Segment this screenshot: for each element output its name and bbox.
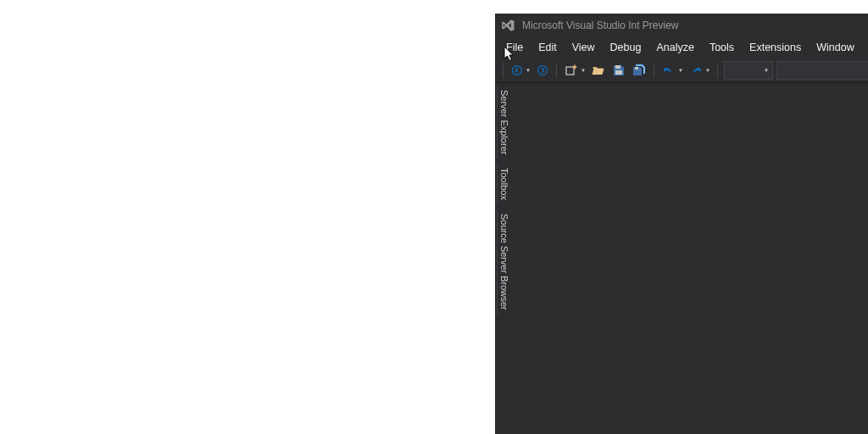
toolbar-separator [503,63,504,78]
editor-workspace [513,83,868,434]
menu-file[interactable]: File [498,39,531,56]
menu-analyze[interactable]: Analyze [648,39,701,56]
solution-platform-combo[interactable] [776,61,868,80]
chevron-down-icon: ▼ [580,68,587,73]
svg-rect-3 [615,65,620,69]
vs-window: Microsoft Visual Studio Int Preview File… [495,14,868,434]
menubar: File Edit View Debug Analyze Tools Exten… [495,37,868,58]
chevron-down-icon: ▼ [525,68,531,73]
save-button[interactable] [610,61,627,80]
menu-extensions[interactable]: Extensions [742,39,809,56]
new-project-icon [563,61,580,80]
vs-logo-icon [500,18,515,33]
window-title: Microsoft Visual Studio Int Preview [522,19,679,31]
tab-source-server-browser[interactable]: Source Server Browser [497,209,511,315]
titlebar: Microsoft Visual Studio Int Preview [495,14,868,37]
tab-server-explorer[interactable]: Server Explorer [497,85,511,159]
solution-config-combo[interactable]: ▼ [724,61,773,80]
save-all-button[interactable] [631,61,648,80]
toolbar-separator [717,63,718,78]
nav-back-icon [509,61,525,80]
chevron-down-icon: ▼ [704,68,711,73]
menu-view[interactable]: View [565,39,603,56]
menu-edit[interactable]: Edit [531,39,565,56]
menu-window[interactable]: Window [809,39,861,56]
menu-help[interactable]: H [862,39,868,56]
toolbar-separator [654,63,654,78]
redo-button[interactable]: ▼ [687,61,711,80]
tab-toolbox[interactable]: Toolbox [497,163,511,205]
undo-icon [660,61,677,80]
svg-rect-2 [566,67,574,75]
svg-point-1 [538,65,548,75]
toolbar-separator [556,63,557,78]
client-area: Server Explorer Toolbox Source Server Br… [495,83,868,434]
toolbar: ▼ ▼ [495,58,868,83]
svg-point-0 [513,65,522,75]
undo-button[interactable]: ▼ [660,61,684,80]
left-tool-tabs: Server Explorer Toolbox Source Server Br… [495,83,513,434]
menu-tools[interactable]: Tools [702,39,742,56]
chevron-down-icon: ▼ [677,68,684,73]
redo-icon [687,61,704,80]
nav-back-group[interactable]: ▼ [509,61,531,80]
open-folder-button[interactable] [590,61,607,80]
menu-debug[interactable]: Debug [603,39,649,56]
svg-rect-5 [635,67,638,70]
nav-forward-button[interactable] [535,61,550,80]
chevron-down-icon: ▼ [764,68,769,73]
svg-rect-4 [615,70,622,75]
new-project-button[interactable]: ▼ [563,61,587,80]
